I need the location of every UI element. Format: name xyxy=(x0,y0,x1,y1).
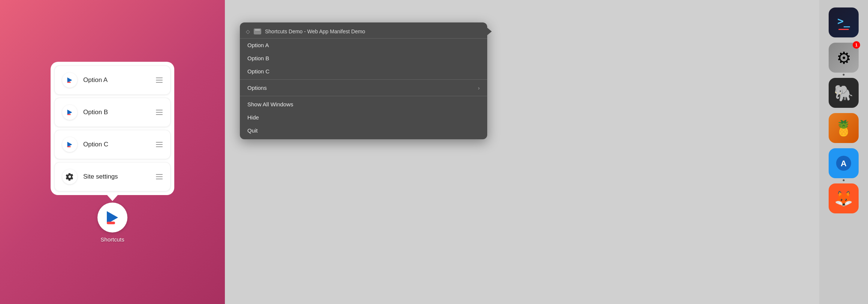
context-menu-option-c[interactable]: Option C xyxy=(240,65,487,78)
site-settings-label: Site settings xyxy=(83,173,150,180)
system-preferences-dot xyxy=(843,74,845,76)
option-c-handle[interactable] xyxy=(156,142,163,147)
window-icon xyxy=(254,28,261,34)
context-menu-option-b[interactable]: Option B xyxy=(240,52,487,65)
context-menu-options-submenu[interactable]: Options › xyxy=(240,81,487,94)
svg-rect-3 xyxy=(67,114,71,115)
dock-item-sequel-pro[interactable]: 🐘 xyxy=(829,78,859,108)
context-menu-header: ◇ Shortcuts Demo - Web App Manifest Demo xyxy=(240,25,487,39)
shortcuts-popup-wrapper: Option A Option B xyxy=(51,62,174,243)
option-b-handle[interactable] xyxy=(156,110,163,115)
site-settings-handle[interactable] xyxy=(156,174,163,179)
option-a-icon xyxy=(62,73,77,88)
context-menu-quit[interactable]: Quit xyxy=(240,124,487,137)
blue-app-icon: A xyxy=(835,155,852,171)
dock-item-system-preferences[interactable]: ⚙ 1 xyxy=(829,43,859,73)
chevron-right-icon: › xyxy=(478,85,480,91)
context-divider-2 xyxy=(240,96,487,96)
context-menu-title: Shortcuts Demo - Web App Manifest Demo xyxy=(265,28,365,34)
option-c-icon xyxy=(62,137,77,152)
option-b-icon xyxy=(62,105,77,120)
shortcut-item-option-c[interactable]: Option C xyxy=(54,130,171,159)
shortcuts-app-icon[interactable] xyxy=(97,203,127,232)
context-menu-option-a[interactable]: Option A xyxy=(240,39,487,52)
orange-app-icon: 🦊 xyxy=(834,190,853,207)
svg-text:A: A xyxy=(841,159,847,168)
popup-tail xyxy=(106,194,118,201)
shortcut-item-option-a[interactable]: Option A xyxy=(54,66,171,95)
shortcut-item-option-b[interactable]: Option B xyxy=(54,98,171,127)
left-panel: Option A Option B xyxy=(0,0,225,304)
elephant-icon: 🐘 xyxy=(834,84,853,102)
context-menu-show-all-windows[interactable]: Show All Windows xyxy=(240,98,487,111)
header-arrow xyxy=(487,28,492,35)
option-b-label: Option B xyxy=(83,109,150,116)
option-c-label: Option C xyxy=(83,141,150,148)
option-a-label: Option A xyxy=(83,76,150,84)
right-dock: >_ ⚙ 1 🐘 🍍 A 🦊 xyxy=(819,0,868,304)
dock-item-terminal[interactable]: >_ xyxy=(829,7,859,37)
system-preferences-badge: 1 xyxy=(853,41,860,49)
option-a-handle[interactable] xyxy=(156,77,163,83)
context-menu: ◇ Shortcuts Demo - Web App Manifest Demo… xyxy=(240,22,487,139)
diamond-icon: ◇ xyxy=(246,28,250,34)
svg-rect-5 xyxy=(67,146,71,147)
context-divider-1 xyxy=(240,79,487,80)
dock-item-fruit[interactable]: 🍍 xyxy=(829,113,859,143)
context-menu-hide[interactable]: Hide xyxy=(240,111,487,124)
dock-item-blue-app[interactable]: A xyxy=(829,148,859,178)
dock-item-orange-app[interactable]: 🦊 xyxy=(829,183,859,213)
terminal-line-icon xyxy=(838,29,849,30)
gear-icon: ⚙ xyxy=(837,48,851,67)
shortcut-item-site-settings[interactable]: Site settings xyxy=(54,162,171,191)
shortcuts-app-label: Shortcuts xyxy=(100,236,124,243)
svg-rect-7 xyxy=(107,222,115,224)
site-settings-icon xyxy=(62,169,77,184)
terminal-prompt-icon: >_ xyxy=(837,15,850,27)
shortcuts-popup: Option A Option B xyxy=(51,62,174,195)
pineapple-icon: 🍍 xyxy=(834,119,853,137)
svg-rect-1 xyxy=(67,82,71,83)
blue-app-dot xyxy=(843,179,845,181)
